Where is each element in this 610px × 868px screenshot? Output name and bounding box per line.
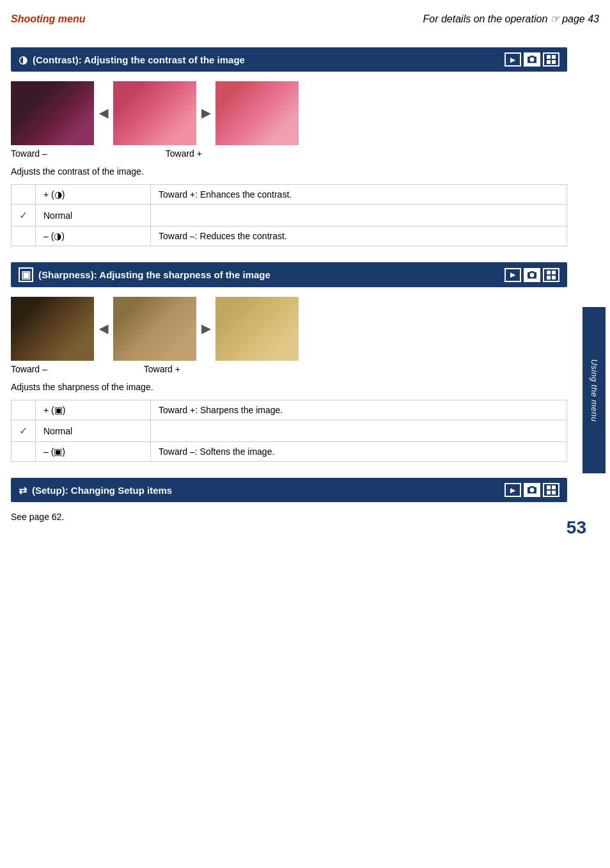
contrast-label-minus: Toward – — [11, 148, 94, 159]
contrast-symbol-plus: + (◑) — [36, 185, 151, 205]
contrast-header-icons: ▶ — [504, 52, 559, 67]
contrast-desc-plus: Toward +: Enhances the contrast. — [151, 185, 567, 205]
svg-rect-1 — [552, 55, 556, 59]
sharpness-table: + (▣) Toward +: Sharpens the image. ✓ No… — [11, 400, 567, 462]
sharpness-label-plus: Toward + — [99, 364, 180, 374]
contrast-image-minus — [11, 81, 94, 145]
play-icon-sharpness: ▶ — [504, 268, 521, 282]
sharpness-desc-plus: Toward +: Sharpens the image. — [151, 400, 567, 420]
page-number: 53 — [567, 517, 586, 538]
sharpness-desc-normal — [151, 420, 567, 442]
contrast-image-plus — [215, 81, 299, 145]
svg-rect-11 — [552, 491, 556, 494]
grid-icon-setup — [543, 483, 559, 497]
contrast-check-plus — [12, 185, 36, 205]
svg-rect-9 — [552, 485, 556, 489]
contrast-image-normal — [113, 81, 196, 145]
sharpness-image-minus — [11, 297, 94, 361]
svg-rect-5 — [552, 271, 556, 274]
arrow-left-contrast: ◀ — [99, 106, 108, 120]
play-icon-contrast: ▶ — [504, 52, 521, 67]
contrast-check-minus — [12, 226, 36, 246]
sharpness-image-normal — [113, 297, 196, 361]
sharpness-check-normal: ✓ — [12, 420, 36, 442]
side-tab-container: Using the menu — [583, 307, 606, 473]
arrow-left-sharpness: ◀ — [99, 322, 108, 336]
contrast-option-plus: + (◑) Toward +: Enhances the contrast. — [12, 185, 567, 205]
side-tab-label: Using the menu — [590, 359, 599, 422]
sharpness-desc-minus: Toward –: Softens the image. — [151, 442, 567, 462]
svg-rect-2 — [547, 60, 551, 64]
sharpness-header-icons: ▶ — [504, 268, 559, 282]
contrast-option-normal: ✓ Normal — [12, 205, 567, 226]
play-icon-setup: ▶ — [504, 483, 521, 497]
sharpness-symbol-normal: Normal — [36, 420, 151, 442]
contrast-header: ◑ (Contrast): Adjusting the contrast of … — [11, 47, 567, 72]
grid-icon-contrast — [543, 52, 559, 67]
sharpness-symbol-minus: – (▣) — [36, 442, 151, 462]
contrast-symbol-normal: Normal — [36, 205, 151, 226]
contrast-symbol-minus: – (◑) — [36, 226, 151, 246]
arrow-right-sharpness: ▶ — [201, 322, 210, 336]
contrast-option-minus: – (◑) Toward –: Reduces the contrast. — [12, 226, 567, 246]
svg-rect-10 — [547, 491, 551, 494]
grid-icon-sharpness — [543, 268, 559, 282]
svg-rect-0 — [547, 55, 551, 59]
sharpness-description: Adjusts the sharpness of the image. — [11, 382, 567, 392]
svg-rect-3 — [552, 60, 556, 64]
sharpness-label-minus: Toward – — [11, 364, 94, 374]
contrast-icon: ◑ — [19, 54, 27, 66]
contrast-image-row: ◀ ▶ — [11, 81, 567, 145]
sharpness-icon: ▣ — [19, 267, 33, 282]
page-header: Shooting menu For details on the operati… — [11, 13, 599, 28]
sharpness-image-plus — [215, 297, 299, 361]
setup-header: ⇄ (Setup): Changing Setup items ▶ — [11, 478, 567, 502]
svg-rect-6 — [547, 276, 551, 280]
page-reference: For details on the operation ☞ page 43 — [423, 13, 599, 25]
sharpness-check-plus — [12, 400, 36, 420]
contrast-label-plus: Toward + — [121, 148, 202, 159]
contrast-images: ◀ ▶ Toward – Toward + — [11, 81, 567, 159]
svg-rect-7 — [552, 276, 556, 280]
contrast-table: + (◑) Toward +: Enhances the contrast. ✓… — [11, 184, 567, 246]
contrast-description: Adjusts the contrast of the image. — [11, 166, 567, 177]
contrast-desc-normal — [151, 205, 567, 226]
camera-icon-setup — [524, 483, 540, 497]
sharpness-check-minus — [12, 442, 36, 462]
sharpness-image-row: ◀ ▶ — [11, 297, 567, 361]
contrast-section: ◑ (Contrast): Adjusting the contrast of … — [11, 47, 567, 246]
setup-section: ⇄ (Setup): Changing Setup items ▶ — [11, 478, 567, 522]
sharpness-images: ◀ ▶ Toward – Toward + — [11, 297, 567, 374]
setup-header-icons: ▶ — [504, 483, 559, 497]
contrast-desc-minus: Toward –: Reduces the contrast. — [151, 226, 567, 246]
svg-rect-4 — [547, 271, 551, 274]
camera-icon-sharpness — [524, 268, 540, 282]
camera-icon-contrast — [524, 52, 540, 67]
section-title: Shooting menu — [11, 13, 85, 25]
sharpness-symbol-plus: + (▣) — [36, 400, 151, 420]
arrow-right-contrast: ▶ — [201, 106, 210, 120]
sharpness-section: ▣ (Sharpness): Adjusting the sharpness o… — [11, 262, 567, 462]
sharpness-option-minus: – (▣) Toward –: Softens the image. — [12, 442, 567, 462]
sharpness-option-plus: + (▣) Toward +: Sharpens the image. — [12, 400, 567, 420]
sharpness-option-normal: ✓ Normal — [12, 420, 567, 442]
setup-description: See page 62. — [11, 512, 567, 522]
contrast-title: ◑ (Contrast): Adjusting the contrast of … — [19, 54, 245, 66]
svg-rect-8 — [547, 485, 551, 489]
sharpness-title: ▣ (Sharpness): Adjusting the sharpness o… — [19, 267, 270, 282]
contrast-check-normal: ✓ — [12, 205, 36, 226]
setup-title: ⇄ (Setup): Changing Setup items — [19, 484, 172, 496]
setup-icon: ⇄ — [19, 484, 27, 496]
sharpness-header: ▣ (Sharpness): Adjusting the sharpness o… — [11, 262, 567, 287]
